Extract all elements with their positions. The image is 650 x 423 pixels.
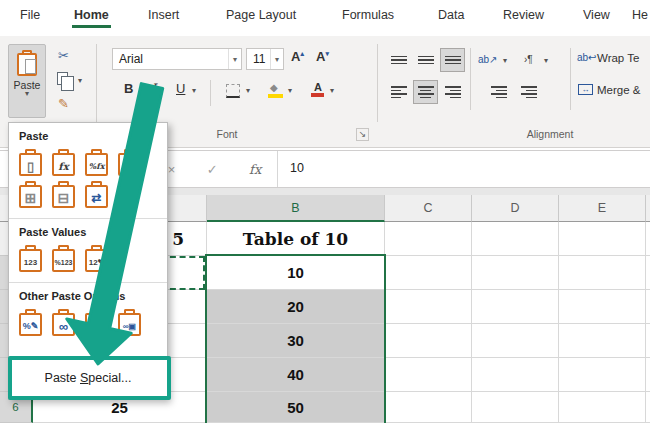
align-top-button[interactable]: [386, 48, 411, 72]
paste-keep-source-column-widths-icon[interactable]: ⊟: [51, 181, 76, 208]
increase-font-size-button[interactable]: A▴: [291, 49, 304, 64]
align-middle-button[interactable]: [413, 48, 438, 72]
tab-formulas[interactable]: Formulas: [342, 8, 394, 22]
paste-values-icon[interactable]: 123: [18, 245, 43, 272]
cell[interactable]: [472, 222, 559, 256]
font-color-icon[interactable]: A: [310, 81, 326, 97]
cell[interactable]: [559, 392, 646, 423]
cut-icon[interactable]: ✂: [58, 48, 69, 63]
paste-picture-icon[interactable]: ▣: [84, 309, 109, 336]
cell-b2[interactable]: 10: [207, 256, 385, 290]
paste-no-borders-icon[interactable]: ⊞: [18, 181, 43, 208]
chevron-down-icon[interactable]: ▾: [330, 86, 334, 95]
cell[interactable]: [385, 324, 472, 358]
wrap-text-icon[interactable]: ab↩: [577, 52, 597, 63]
cell[interactable]: [646, 392, 650, 423]
underline-button[interactable]: U: [176, 81, 185, 96]
tab-review[interactable]: Review: [503, 8, 544, 22]
formula-bar-value[interactable]: 10: [290, 161, 304, 175]
text-direction-icon[interactable]: ›¶: [524, 54, 533, 65]
cell[interactable]: [559, 256, 646, 290]
paste-link-icon[interactable]: ∞: [51, 309, 76, 336]
paste-linked-picture-icon[interactable]: ∞▣: [117, 309, 142, 336]
paste-values-number-formatting-icon[interactable]: %123: [51, 245, 76, 272]
tab-data[interactable]: Data: [438, 8, 464, 22]
cell[interactable]: [472, 290, 559, 324]
format-painter-icon[interactable]: ✎: [58, 96, 69, 111]
bold-button[interactable]: B: [124, 81, 133, 96]
align-center-button[interactable]: [413, 80, 438, 104]
paste-icon[interactable]: ▯: [18, 149, 43, 176]
chevron-down-icon[interactable]: ▾: [503, 56, 507, 65]
cell[interactable]: [472, 392, 559, 423]
cell[interactable]: [646, 290, 650, 324]
cell-b4[interactable]: 30: [207, 324, 385, 358]
align-left-button[interactable]: [386, 80, 411, 104]
cell[interactable]: [472, 358, 559, 392]
wrap-text-label[interactable]: Wrap Te: [597, 52, 639, 64]
paste-keep-source-formatting-icon[interactable]: ✎: [117, 149, 142, 176]
paste-formulas-number-formatting-icon[interactable]: %fx: [84, 149, 109, 176]
cell[interactable]: [385, 358, 472, 392]
cell[interactable]: [646, 222, 650, 256]
font-name-combobox[interactable]: Arial ▾: [112, 48, 242, 70]
enter-icon[interactable]: ✓: [207, 162, 218, 177]
cell[interactable]: [559, 358, 646, 392]
cancel-icon[interactable]: ×: [168, 162, 176, 177]
chevron-down-icon[interactable]: ▾: [228, 49, 241, 69]
tab-page-layout[interactable]: Page Layout: [226, 8, 296, 22]
align-right-button[interactable]: [440, 80, 465, 104]
cell-b1[interactable]: Table of 10: [207, 222, 385, 256]
fill-color-icon[interactable]: ◆: [268, 82, 284, 98]
column-header[interactable]: [646, 195, 650, 222]
chevron-down-icon[interactable]: ▾: [270, 49, 283, 69]
paste-formatting-icon[interactable]: %✎: [18, 309, 43, 336]
tab-file[interactable]: File: [20, 8, 40, 22]
cell[interactable]: [472, 256, 559, 290]
decrease-indent-button[interactable]: [486, 80, 511, 104]
chevron-down-icon[interactable]: ▾: [288, 86, 292, 95]
cell-b6[interactable]: 50: [207, 392, 385, 423]
tab-he[interactable]: He: [632, 8, 648, 22]
font-size-combobox[interactable]: 11 ▾: [246, 48, 284, 70]
cell[interactable]: [559, 324, 646, 358]
align-bottom-button[interactable]: [440, 48, 465, 72]
font-dialog-launcher-icon[interactable]: ↘: [356, 128, 369, 141]
cell[interactable]: [559, 290, 646, 324]
cell[interactable]: [646, 324, 650, 358]
column-header-c[interactable]: C: [385, 195, 472, 222]
column-header-b[interactable]: B: [207, 195, 385, 222]
tab-home[interactable]: Home: [74, 8, 109, 22]
paste-special-menu-item[interactable]: Paste Special...: [9, 357, 167, 399]
decrease-font-size-button[interactable]: A▾: [316, 49, 329, 64]
merge-center-icon[interactable]: ↔: [578, 84, 593, 95]
increase-indent-button[interactable]: [516, 80, 541, 104]
copy-icon[interactable]: [57, 72, 68, 85]
cell-b5[interactable]: 40: [207, 358, 385, 392]
paste-values-source-formatting-icon[interactable]: 12✎: [84, 245, 109, 272]
chevron-down-icon[interactable]: ▾: [78, 76, 82, 85]
italic-button[interactable]: I: [151, 81, 156, 96]
cell[interactable]: [385, 392, 472, 423]
cell[interactable]: [385, 222, 472, 256]
orientation-icon[interactable]: ab↗: [478, 54, 498, 65]
column-header-d[interactable]: D: [472, 195, 559, 222]
chevron-down-icon[interactable]: ▾: [246, 86, 250, 95]
tab-insert[interactable]: Insert: [148, 8, 179, 22]
cell[interactable]: [559, 222, 646, 256]
insert-function-icon[interactable]: fx: [249, 162, 261, 177]
cell[interactable]: [385, 290, 472, 324]
cell[interactable]: [646, 358, 650, 392]
paste-formulas-icon[interactable]: fx: [51, 149, 76, 176]
cell-b3[interactable]: 20: [207, 290, 385, 324]
cell[interactable]: [646, 256, 650, 290]
column-header-e[interactable]: E: [559, 195, 646, 222]
chevron-down-icon[interactable]: ▾: [544, 56, 548, 65]
tab-view[interactable]: View: [583, 8, 610, 22]
merge-center-label[interactable]: Merge &: [597, 84, 640, 96]
chevron-down-icon[interactable]: ▾: [192, 86, 196, 95]
cell[interactable]: [385, 256, 472, 290]
paste-transpose-icon[interactable]: ⇄: [84, 181, 109, 208]
paste-button[interactable]: Paste ▾: [8, 44, 46, 118]
cell[interactable]: [472, 324, 559, 358]
